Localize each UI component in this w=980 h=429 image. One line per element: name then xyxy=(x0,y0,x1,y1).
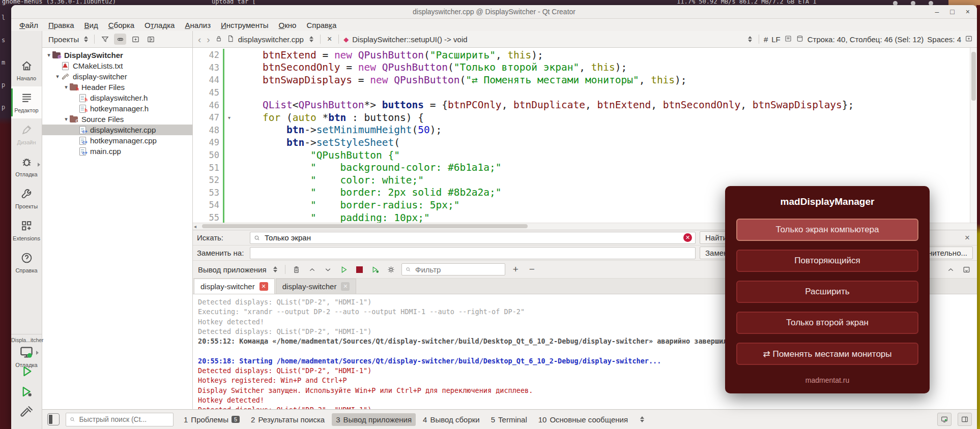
zoom-out-output-button[interactable]: − xyxy=(526,264,538,275)
debug-run-button[interactable] xyxy=(20,385,34,401)
sidebar-item-проекты[interactable]: Проекты xyxy=(11,182,42,214)
output-pane-tab-Вывод приложения[interactable]: 3Вывод приложения xyxy=(332,413,416,426)
sidebar-item-extensions[interactable]: Extensions xyxy=(11,214,42,247)
document-properties-icon[interactable] xyxy=(784,35,792,44)
tree-item-display-switcher[interactable]: ▾display-switcher xyxy=(42,71,192,82)
code-line[interactable]: 51 " background-color: #6b1a1a;" xyxy=(193,161,970,174)
title-bar[interactable]: displayswitcher.cpp @ DisplaySwitcher - … xyxy=(11,5,977,19)
clear-search-icon[interactable]: ✕ xyxy=(683,233,692,242)
output-tab-display-switcher[interactable]: display-switcher✕ xyxy=(276,279,357,294)
zoom-in-output-button[interactable]: + xyxy=(510,264,522,275)
sidebar-item-отладка[interactable]: Отладка xyxy=(11,150,42,182)
output-pane-tab-Вывод сборки[interactable]: 4Вывод сборки xyxy=(419,413,484,426)
progress-indicator-icon[interactable] xyxy=(937,413,952,426)
rerun-icon[interactable] xyxy=(338,264,350,275)
display-mode-button[interactable]: Расширить xyxy=(736,281,918,303)
code-line[interactable]: 52 " color: white;" xyxy=(193,174,970,187)
stop-icon[interactable] xyxy=(354,264,365,275)
line-number-toggle[interactable]: # xyxy=(764,35,768,44)
close-tab-icon[interactable]: ✕ xyxy=(260,282,268,291)
scroll-up-icon[interactable] xyxy=(307,264,318,275)
symbol-selector-arrows-icon[interactable] xyxy=(748,36,752,42)
database-icon[interactable] xyxy=(796,35,804,44)
expander-icon[interactable]: ▾ xyxy=(63,116,70,122)
code-line[interactable]: 48 btn->setMinimumHeight(50); xyxy=(193,124,970,137)
find-input[interactable] xyxy=(264,233,680,242)
indent-settings[interactable]: Spaces: 4 xyxy=(927,35,961,44)
close-panel-icon[interactable] xyxy=(145,34,157,45)
display-mode-button[interactable]: Только экран компьютера xyxy=(736,219,918,241)
kit-flyout-arrow[interactable] xyxy=(36,351,39,355)
find-field[interactable]: ✕ xyxy=(250,232,696,244)
output-panes-arrows-icon[interactable] xyxy=(640,416,644,422)
replace-input[interactable] xyxy=(253,248,692,258)
filter-icon[interactable] xyxy=(99,34,111,45)
output-pane-tab-Проблемы[interactable]: 1Проблемы5 xyxy=(180,413,244,426)
back-icon[interactable]: ‹ xyxy=(197,35,202,44)
menu-Анализ[interactable]: Анализ xyxy=(180,20,216,30)
output-filter-input[interactable] xyxy=(414,265,502,274)
output-pane-selector-icon[interactable] xyxy=(273,266,277,272)
panel-selector-arrows-icon[interactable] xyxy=(84,36,88,42)
build-button[interactable] xyxy=(20,405,34,421)
close-find-bar-icon[interactable]: × xyxy=(962,233,973,243)
maximize-pane-icon[interactable] xyxy=(961,264,972,275)
menu-Вид[interactable]: Вид xyxy=(79,20,103,30)
split-editor-icon[interactable] xyxy=(965,35,973,44)
menu-Отладка[interactable]: Отладка xyxy=(139,20,180,30)
code-line[interactable]: 45 xyxy=(193,86,970,99)
menu-Окно[interactable]: Окно xyxy=(274,20,302,30)
overlay-footer-link[interactable]: madmentat.ru xyxy=(736,376,918,384)
tree-item-Header Files[interactable]: ▾hHeader Files xyxy=(42,82,192,93)
flyout-arrow-icon[interactable] xyxy=(38,163,40,167)
toggle-left-sidebar-icon[interactable] xyxy=(47,413,60,425)
toggle-right-sidebar-icon[interactable] xyxy=(958,413,972,426)
menu-Сборка[interactable]: Сборка xyxy=(103,20,139,30)
menu-Справка[interactable]: Справка xyxy=(301,20,341,30)
locator-field[interactable] xyxy=(66,413,174,426)
menu-Инструменты[interactable]: Инструменты xyxy=(216,20,274,30)
tree-item-displayswitcher.h[interactable]: hdisplayswitcher.h xyxy=(42,93,192,103)
tree-item-hotkeymanager.h[interactable]: hhotkeymanager.h xyxy=(42,103,192,114)
current-symbol[interactable]: DisplaySwitcher::setupUI() -> void xyxy=(352,35,467,44)
maximize-button[interactable]: □ xyxy=(950,8,954,15)
locator-input[interactable] xyxy=(78,415,170,424)
code-line[interactable]: 44 btnSwapDisplays = new QPushButton("⇄ … xyxy=(193,74,970,86)
close-button[interactable]: × xyxy=(966,8,970,15)
code-line[interactable]: 47▾ for (auto *btn : buttons) { xyxy=(193,111,970,124)
scroll-down-icon[interactable] xyxy=(323,264,334,275)
expander-icon[interactable]: ▾ xyxy=(45,52,52,58)
sidebar-item-начало[interactable]: Начало xyxy=(11,54,42,86)
collapse-pane-icon[interactable] xyxy=(945,264,956,275)
tree-item-Source Files[interactable]: ▾CSource Files xyxy=(42,114,192,125)
menu-Правка[interactable]: Правка xyxy=(43,20,79,30)
fold-marker-icon[interactable]: ▾ xyxy=(224,115,234,120)
output-pane-tab-Terminal[interactable]: 5Terminal xyxy=(487,413,531,426)
menu-Файл[interactable]: Файл xyxy=(14,20,43,30)
output-tab-display-switcher[interactable]: display-switcher✕ xyxy=(194,279,275,294)
file-dropdown-icon[interactable] xyxy=(309,36,313,42)
close-tab-icon[interactable]: ✕ xyxy=(341,282,350,291)
mad-display-manager-window[interactable]: madDisplayManager Только экран компьютер… xyxy=(725,186,930,393)
display-mode-button[interactable]: Повторяющийся xyxy=(736,250,918,272)
code-line[interactable]: 46 QList<QPushButton*> buttons = {btnPCO… xyxy=(193,99,970,111)
expander-icon[interactable]: ▾ xyxy=(63,84,70,90)
code-line[interactable]: 43 btnSecondOnly = new QPushButton("Толь… xyxy=(193,62,970,74)
split-panel-icon[interactable] xyxy=(129,34,141,45)
output-pane-tab-Результаты поиска[interactable]: 2Результаты поиска xyxy=(247,413,329,426)
output-pane-title[interactable]: Вывод приложения xyxy=(198,265,267,274)
sidebar-item-справка[interactable]: Справка xyxy=(11,247,42,279)
open-file-name[interactable]: displayswitcher.cpp xyxy=(238,35,304,44)
run-button[interactable] xyxy=(20,364,34,380)
tree-item-hotkeymanager.cpp[interactable]: c+hotkeymanager.cpp xyxy=(42,135,192,146)
forward-icon[interactable]: › xyxy=(206,35,211,44)
replace-field[interactable] xyxy=(250,247,696,259)
sidebar-item-редактор[interactable]: Редактор xyxy=(11,86,42,118)
tree-item-displayswitcher.cpp[interactable]: c+displayswitcher.cpp xyxy=(42,125,192,135)
clear-output-icon[interactable] xyxy=(291,264,302,275)
tree-item-CMakeLists.txt[interactable]: CMakeLists.txt xyxy=(42,60,192,71)
expander-icon[interactable]: ▾ xyxy=(54,73,61,80)
kit-selector[interactable]: Displa...itcher Отладка xyxy=(11,334,42,368)
tree-item-DisplaySwitcher[interactable]: ▾⚙DisplaySwitcher xyxy=(42,50,192,60)
line-ending-indicator[interactable]: LF xyxy=(771,35,781,44)
